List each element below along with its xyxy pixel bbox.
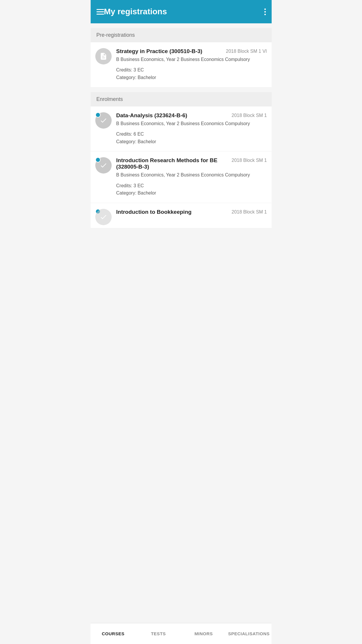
course-name: Introduction Research Methods for BE (32… bbox=[116, 157, 229, 170]
course-details: Credits: 3 EC Category: Bachelor bbox=[116, 66, 267, 81]
course-details: Credits: 6 EC Category: Bachelor bbox=[116, 130, 267, 145]
course-block: 2018 Block SM 1 bbox=[232, 209, 267, 215]
course-description: B Business Economics, Year 2 Business Ec… bbox=[116, 120, 267, 127]
course-item[interactable]: Strategy in Practice (300510-B-3) 2018 B… bbox=[91, 42, 272, 88]
course-credits: Credits: 6 EC bbox=[116, 130, 267, 138]
notification-dot bbox=[95, 157, 101, 162]
course-icon-wrapper bbox=[95, 112, 112, 129]
course-description: B Business Economics, Year 2 Business Ec… bbox=[116, 172, 267, 178]
app-header: My registrations bbox=[91, 0, 272, 23]
course-credits: Credits: 3 EC bbox=[116, 182, 267, 190]
course-item[interactable]: Data-Analysis (323624-B-6) 2018 Block SM… bbox=[91, 106, 272, 152]
course-category: Category: Bachelor bbox=[116, 189, 267, 197]
course-title-row: Introduction Research Methods for BE (32… bbox=[116, 157, 267, 170]
course-name: Data-Analysis (323624-B-6) bbox=[116, 112, 229, 119]
course-content: Strategy in Practice (300510-B-3) 2018 B… bbox=[116, 48, 267, 81]
course-title-row: Strategy in Practice (300510-B-3) 2018 B… bbox=[116, 48, 267, 55]
course-category: Category: Bachelor bbox=[116, 74, 267, 81]
course-block: 2018 Block SM 1 bbox=[232, 113, 267, 118]
course-name: Introduction to Bookkeeping bbox=[116, 209, 229, 215]
course-title-row: Introduction to Bookkeeping 2018 Block S… bbox=[116, 209, 267, 215]
more-options-icon[interactable] bbox=[264, 8, 266, 15]
course-category: Category: Bachelor bbox=[116, 138, 267, 146]
course-icon-wrapper bbox=[95, 209, 112, 225]
menu-icon[interactable] bbox=[96, 9, 104, 15]
course-block: 2018 Block SM 1 VI bbox=[226, 49, 267, 54]
check-icon bbox=[95, 209, 112, 225]
course-title-row: Data-Analysis (323624-B-6) 2018 Block SM… bbox=[116, 112, 267, 119]
course-icon-wrapper bbox=[95, 157, 112, 174]
course-content: Introduction Research Methods for BE (32… bbox=[116, 157, 267, 197]
notification-dot bbox=[95, 112, 101, 118]
course-details: Credits: 3 EC Category: Bachelor bbox=[116, 182, 267, 197]
course-item[interactable]: Introduction Research Methods for BE (32… bbox=[91, 151, 272, 203]
course-item[interactable]: Introduction to Bookkeeping 2018 Block S… bbox=[91, 203, 272, 228]
document-icon bbox=[95, 48, 112, 64]
page-title: My registrations bbox=[104, 7, 264, 16]
course-name: Strategy in Practice (300510-B-3) bbox=[116, 48, 223, 55]
section-enrolments: Enrolments bbox=[91, 92, 272, 106]
course-description: B Business Economics, Year 2 Business Ec… bbox=[116, 56, 267, 63]
section-pre-registrations: Pre-registrations bbox=[91, 28, 272, 42]
course-content: Data-Analysis (323624-B-6) 2018 Block SM… bbox=[116, 112, 267, 146]
course-icon-wrapper bbox=[95, 48, 112, 64]
content-area: Pre-registrations Strategy in Practice (… bbox=[91, 28, 272, 252]
course-content: Introduction to Bookkeeping 2018 Block S… bbox=[116, 209, 267, 215]
course-credits: Credits: 3 EC bbox=[116, 66, 267, 74]
course-block: 2018 Block SM 1 bbox=[232, 158, 267, 163]
